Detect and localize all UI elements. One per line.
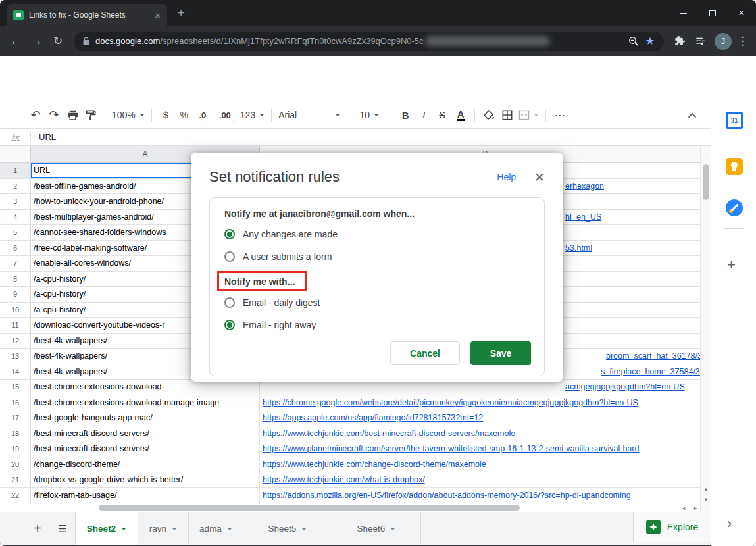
new-tab-button[interactable]: + bbox=[174, 6, 188, 20]
sheet-tab-sheet6[interactable]: Sheet6 bbox=[332, 512, 421, 545]
window-maximize-button[interactable] bbox=[698, 0, 727, 26]
sheet-tab-menu-icon[interactable] bbox=[227, 528, 232, 530]
format-currency-button[interactable]: $ bbox=[157, 105, 175, 125]
add-sheet-button[interactable]: + bbox=[25, 512, 50, 545]
notify-with-option[interactable]: Email - daily digest bbox=[224, 295, 531, 310]
address-bar[interactable]: docs.google.com/spreadsheets/d/1IXnMj1Tf… bbox=[74, 32, 664, 51]
sheet-tab-sheet2[interactable]: Sheet2 bbox=[75, 512, 138, 545]
sheet-tab-menu-icon[interactable] bbox=[301, 528, 307, 530]
horizontal-scrollbar[interactable]: ◂ ▸ bbox=[0, 504, 700, 512]
decrease-decimal-button[interactable]: .0← bbox=[193, 105, 212, 125]
cell-a18[interactable]: /best-minecraft-discord-servers/ bbox=[31, 426, 260, 442]
cell-b22[interactable]: https://addons.mozilla.org/en-US/firefox… bbox=[260, 488, 711, 504]
sheet-tab-sheet5[interactable]: Sheet5 bbox=[243, 512, 332, 545]
row-header-17[interactable]: 17 bbox=[0, 410, 31, 426]
row-header-8[interactable]: 8 bbox=[0, 272, 31, 287]
cell-link[interactable]: hl=en_US bbox=[565, 210, 601, 224]
more-toolbar-button[interactable]: ⋯ bbox=[551, 105, 569, 125]
cell-link[interactable]: https://www.techjunkie.com/best-minecraf… bbox=[263, 426, 515, 441]
row-header-21[interactable]: 21 bbox=[0, 472, 31, 488]
calendar-icon[interactable]: 31 bbox=[726, 112, 743, 129]
all-sheets-button[interactable]: ☰ bbox=[50, 512, 75, 545]
undo-button[interactable]: ↶ bbox=[26, 105, 45, 125]
cancel-button[interactable]: Cancel bbox=[390, 341, 460, 365]
cell-b20[interactable]: https://www.techjunkie.com/change-discor… bbox=[260, 457, 711, 473]
forward-button[interactable]: → bbox=[26, 31, 47, 52]
dialog-close-icon[interactable]: ✕ bbox=[534, 170, 545, 185]
sheet-tab-menu-icon[interactable] bbox=[390, 528, 395, 530]
row-header-16[interactable]: 16 bbox=[0, 395, 31, 411]
cell-b15[interactable]: acmgegjnppjkgogdhm?hl=en-US bbox=[260, 380, 711, 395]
print-button[interactable] bbox=[63, 105, 82, 125]
row-header-11[interactable]: 11 bbox=[0, 318, 31, 334]
keep-icon[interactable] bbox=[726, 158, 743, 175]
row-header-3[interactable]: 3 bbox=[0, 194, 31, 210]
tasks-icon[interactable] bbox=[726, 199, 743, 216]
row-header-22[interactable]: 22 bbox=[0, 488, 31, 504]
sheet-tab-ravn[interactable]: ravn bbox=[138, 512, 189, 545]
cell-link[interactable]: broom_scarf_hat_36178/3840x2 bbox=[606, 349, 711, 363]
extensions-puzzle-icon[interactable] bbox=[669, 31, 690, 52]
format-percent-button[interactable]: % bbox=[175, 105, 193, 125]
font-size-select[interactable]: 10 bbox=[352, 105, 386, 125]
cell-a15[interactable]: /best-chrome-extensions-download- bbox=[31, 380, 260, 395]
scroll-up-icon[interactable]: ▴ bbox=[701, 485, 711, 492]
scroll-down-icon[interactable]: ▾ bbox=[701, 496, 711, 503]
formula-bar[interactable]: fx URL bbox=[0, 129, 711, 146]
italic-button[interactable]: I bbox=[415, 105, 433, 125]
save-button[interactable]: Save bbox=[470, 341, 531, 365]
row-header-7[interactable]: 7 bbox=[0, 256, 31, 272]
help-link[interactable]: Help bbox=[497, 172, 516, 182]
row-header-2[interactable]: 2 bbox=[0, 179, 31, 195]
window-close-button[interactable]: × bbox=[727, 0, 756, 26]
cell-b19[interactable]: https://www.planetminecraft.com/server/t… bbox=[260, 441, 711, 457]
radio-selected-icon[interactable] bbox=[224, 320, 235, 330]
select-all-corner[interactable] bbox=[0, 146, 31, 163]
cell-link[interactable]: https://chrome.google.com/webstore/detai… bbox=[263, 395, 638, 410]
scroll-right-icon[interactable]: ▸ bbox=[691, 504, 700, 512]
cell-a16[interactable]: /best-chrome-extensions-download-manage-… bbox=[31, 395, 260, 411]
explore-button[interactable]: Explore bbox=[633, 512, 711, 542]
row-header-14[interactable]: 14 bbox=[0, 364, 31, 380]
tab-close-icon[interactable]: × bbox=[155, 10, 161, 21]
vertical-scrollbar[interactable]: ▴ ▾ bbox=[700, 146, 711, 512]
window-minimize-button[interactable] bbox=[669, 0, 698, 26]
redo-button[interactable]: ↷ bbox=[45, 105, 63, 125]
media-controls-icon[interactable] bbox=[690, 31, 711, 52]
row-header-19[interactable]: 19 bbox=[0, 441, 31, 457]
row-header-6[interactable]: 6 bbox=[0, 241, 31, 257]
increase-decimal-button[interactable]: .00→ bbox=[216, 105, 234, 125]
cell-link[interactable]: https://www.planetminecraft.com/server/t… bbox=[263, 441, 639, 456]
strikethrough-button[interactable]: S bbox=[433, 105, 451, 125]
expand-side-panel-icon[interactable]: › bbox=[727, 515, 732, 532]
row-header-18[interactable]: 18 bbox=[0, 426, 31, 442]
radio-unselected-icon[interactable] bbox=[224, 251, 235, 262]
back-button[interactable]: ← bbox=[5, 31, 26, 52]
cell-a20[interactable]: /change-discord-theme/ bbox=[31, 457, 260, 473]
row-header-20[interactable]: 20 bbox=[0, 457, 31, 473]
scroll-left-icon[interactable]: ◂ bbox=[679, 504, 688, 512]
browser-profile-avatar[interactable]: J bbox=[715, 33, 732, 50]
cell-b18[interactable]: https://www.techjunkie.com/best-minecraf… bbox=[260, 426, 711, 442]
radio-selected-icon[interactable] bbox=[224, 229, 235, 239]
cell-a22[interactable]: /firefox-ram-tab-usage/ bbox=[31, 488, 260, 504]
radio-unselected-icon[interactable] bbox=[224, 297, 235, 308]
page-zoom-icon[interactable] bbox=[628, 36, 639, 47]
sheet-tab-adma[interactable]: adma bbox=[189, 512, 243, 545]
reload-button[interactable]: ↻ bbox=[47, 31, 68, 52]
bookmark-star-icon[interactable]: ★ bbox=[645, 35, 655, 47]
notify-when-option[interactable]: Any changes are made bbox=[224, 227, 531, 241]
cell-link[interactable]: acmgegjnppjkgogdhm?hl=en-US bbox=[565, 380, 685, 394]
sheet-tab-menu-icon[interactable] bbox=[172, 528, 177, 530]
notify-when-option[interactable]: A user submits a form bbox=[224, 249, 531, 264]
paint-format-button[interactable] bbox=[82, 105, 100, 125]
horizontal-scroll-thumb[interactable] bbox=[99, 505, 520, 511]
cell-a19[interactable]: /best-minecraft-discord-servers/ bbox=[31, 441, 260, 457]
zoom-select[interactable]: 100% bbox=[110, 105, 147, 125]
more-formats-button[interactable]: 123 bbox=[238, 105, 266, 125]
row-header-12[interactable]: 12 bbox=[0, 334, 31, 349]
bold-button[interactable]: B bbox=[396, 105, 415, 125]
sheet-tab-menu-icon[interactable] bbox=[121, 528, 126, 530]
merge-cells-button[interactable] bbox=[517, 105, 541, 125]
cell-link[interactable]: https://apps.apple.com/us/app/flamingo/i… bbox=[263, 410, 483, 425]
